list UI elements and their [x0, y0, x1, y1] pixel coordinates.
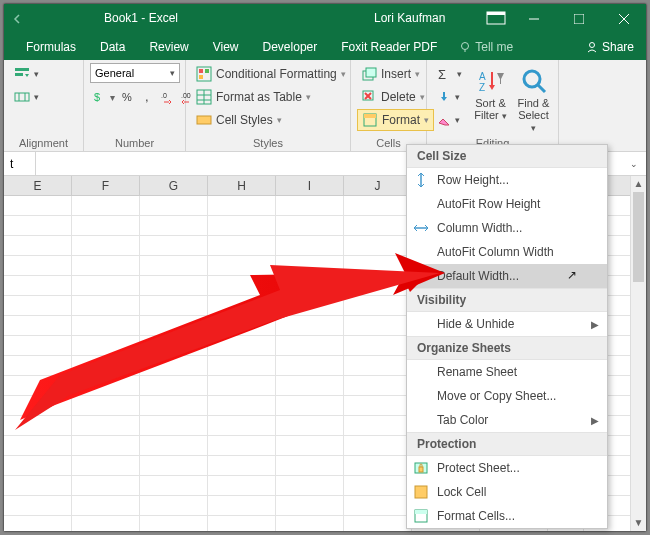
- tab-data[interactable]: Data: [88, 34, 137, 60]
- close-button[interactable]: [601, 4, 646, 34]
- svg-rect-22: [199, 75, 203, 79]
- wrap-text-button[interactable]: ▾: [10, 63, 43, 85]
- svg-rect-27: [197, 116, 211, 124]
- insert-button[interactable]: Insert: [357, 63, 434, 85]
- col-header-H[interactable]: H: [208, 176, 276, 195]
- submenu-arrow-icon: ▶: [591, 319, 599, 330]
- svg-rect-9: [15, 68, 29, 71]
- scroll-thumb[interactable]: [633, 192, 644, 282]
- svg-text:Σ: Σ: [438, 67, 446, 81]
- menu-item-rename-sheet[interactable]: Rename Sheet: [407, 360, 607, 384]
- format-as-table-button[interactable]: Format as Table: [192, 86, 350, 108]
- menu-item-label: Rename Sheet: [437, 365, 517, 379]
- svg-line-39: [538, 85, 545, 92]
- col-header-J[interactable]: J: [344, 176, 412, 195]
- col-header-E[interactable]: E: [4, 176, 72, 195]
- svg-rect-10: [15, 73, 23, 76]
- minimize-button[interactable]: [511, 4, 556, 34]
- group-editing: Σ▾ ▾ ▾ AZ Sort & Filter ▾ Find & Select …: [427, 60, 559, 151]
- person-icon: [586, 41, 598, 53]
- ribbon-display-icon[interactable]: [486, 11, 506, 28]
- menu-item-hide-unhide[interactable]: Hide & Unhide▶: [407, 312, 607, 336]
- tab-formulas[interactable]: Formulas: [14, 34, 88, 60]
- menu-item-row-height[interactable]: Row Height...: [407, 168, 607, 192]
- vertical-scrollbar[interactable]: ▲ ▼: [630, 176, 646, 531]
- svg-rect-41: [419, 467, 423, 472]
- menu-item-tab-color[interactable]: Tab Color▶: [407, 408, 607, 432]
- conditional-formatting-button[interactable]: Conditional Formatting: [192, 63, 350, 85]
- tab-view[interactable]: View: [201, 34, 251, 60]
- menu-header: Protection: [407, 432, 607, 456]
- fill-button[interactable]: ▾: [433, 86, 466, 108]
- format-menu: Cell SizeRow Height...AutoFit Row Height…: [406, 144, 608, 529]
- percent-button[interactable]: %: [119, 86, 137, 108]
- tell-me[interactable]: Tell me: [459, 40, 513, 54]
- menu-item-protect-sheet[interactable]: Protect Sheet...: [407, 456, 607, 480]
- sort-filter-button[interactable]: AZ Sort & Filter ▾: [472, 63, 509, 135]
- menu-item-label: Row Height...: [437, 173, 509, 187]
- col-header-I[interactable]: I: [276, 176, 344, 195]
- svg-rect-3: [574, 14, 584, 24]
- window-title: Book1 - Excel: [104, 11, 178, 25]
- col-header-G[interactable]: G: [140, 176, 208, 195]
- delete-button[interactable]: Delete: [357, 86, 434, 108]
- scroll-down-icon[interactable]: ▼: [631, 515, 646, 531]
- fmtcells-icon: [413, 508, 429, 524]
- scroll-up-icon[interactable]: ▲: [631, 176, 646, 192]
- svg-point-8: [589, 43, 594, 48]
- svg-text:,: ,: [145, 90, 149, 104]
- svg-rect-21: [205, 69, 209, 73]
- svg-text:A: A: [479, 71, 486, 82]
- svg-point-6: [462, 43, 469, 50]
- accounting-button[interactable]: $▾: [90, 86, 117, 108]
- autosum-button[interactable]: Σ▾: [433, 63, 466, 85]
- user-name: Lori Kaufman: [374, 11, 445, 25]
- tab-review[interactable]: Review: [137, 34, 200, 60]
- ribbon: ▾ ▾ Alignment General▾ $▾ % , .0 .00 Num…: [4, 60, 646, 152]
- expand-formula-icon[interactable]: ⌄: [630, 159, 638, 169]
- inc-decimal-button[interactable]: .0: [159, 86, 177, 108]
- svg-text:Z: Z: [479, 82, 485, 93]
- menu-item-format-cells[interactable]: Format Cells...: [407, 504, 607, 528]
- menu-item-default-width[interactable]: Default Width...: [407, 264, 607, 288]
- cell-styles-button[interactable]: Cell Styles: [192, 109, 350, 131]
- maximize-button[interactable]: [556, 4, 601, 34]
- menu-item-label: Hide & Unhide: [437, 317, 514, 331]
- svg-text:%: %: [122, 91, 132, 103]
- menu-item-autofit-column-width[interactable]: AutoFit Column Width: [407, 240, 607, 264]
- clear-button[interactable]: ▾: [433, 109, 466, 131]
- share-button[interactable]: Share: [586, 40, 634, 54]
- comma-button[interactable]: ,: [139, 86, 157, 108]
- ribbon-tabs: Formulas Data Review View Developer Foxi…: [4, 34, 646, 60]
- menu-item-label: Tab Color: [437, 413, 488, 427]
- menu-item-label: Default Width...: [437, 269, 519, 283]
- menu-item-move-or-copy-sheet[interactable]: Move or Copy Sheet...: [407, 384, 607, 408]
- number-format-combo[interactable]: General▾: [90, 63, 180, 83]
- menu-item-autofit-row-height[interactable]: AutoFit Row Height: [407, 192, 607, 216]
- menu-item-lock-cell[interactable]: Lock Cell: [407, 480, 607, 504]
- tab-foxit[interactable]: Foxit Reader PDF: [329, 34, 449, 60]
- svg-point-38: [524, 71, 540, 87]
- tab-developer[interactable]: Developer: [251, 34, 330, 60]
- merge-center-button[interactable]: ▾: [10, 86, 43, 108]
- group-alignment: ▾ ▾ Alignment: [4, 60, 84, 151]
- menu-item-column-width[interactable]: Column Width...: [407, 216, 607, 240]
- menu-header: Visibility: [407, 288, 607, 312]
- menu-item-label: AutoFit Row Height: [437, 197, 540, 211]
- menu-item-label: Protect Sheet...: [437, 461, 520, 475]
- svg-rect-1: [487, 12, 505, 15]
- svg-rect-34: [364, 114, 376, 118]
- name-box[interactable]: t: [4, 152, 36, 176]
- titlebar: Book1 - Excel Lori Kaufman: [4, 4, 646, 34]
- format-button[interactable]: Format: [357, 109, 434, 131]
- menu-item-label: Lock Cell: [437, 485, 486, 499]
- menu-item-label: Column Width...: [437, 221, 522, 235]
- nav-left-icon[interactable]: [12, 14, 22, 24]
- menu-item-label: Move or Copy Sheet...: [437, 389, 556, 403]
- find-select-button[interactable]: Find & Select ▾: [515, 63, 552, 135]
- col-header-F[interactable]: F: [72, 176, 140, 195]
- col-width-icon: [413, 220, 429, 236]
- bulb-icon: [459, 41, 471, 53]
- svg-text:.0: .0: [161, 92, 167, 99]
- group-styles: Conditional Formatting Format as Table C…: [186, 60, 351, 151]
